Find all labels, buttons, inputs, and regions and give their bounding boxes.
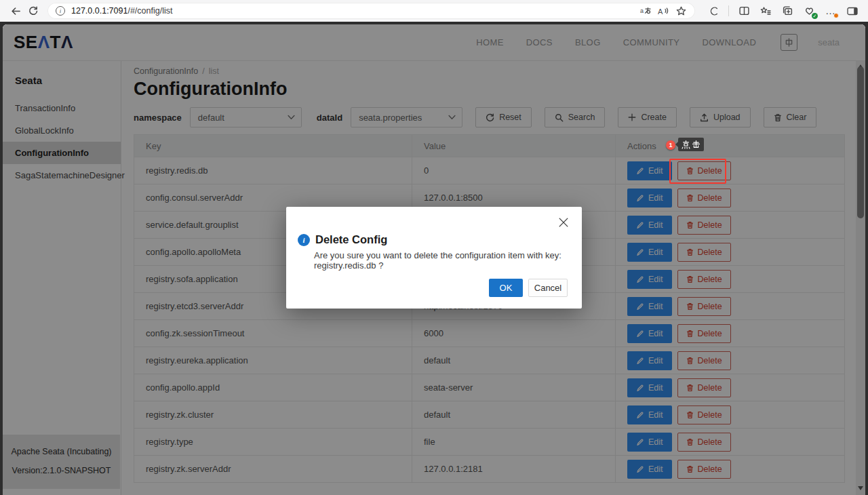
favorites-bar-icon[interactable] [757,2,774,20]
sidebar-panel-icon[interactable] [844,2,861,20]
url-text: 127.0.0.1:7091/#/config/list [71,6,635,16]
url-path: /#/config/list [127,6,172,16]
tooltip-char-dian [682,140,690,149]
delete-config-dialog: i Delete Config Are you sure you want to… [286,207,582,309]
svg-text:A: A [658,7,663,15]
back-icon[interactable] [7,2,24,20]
translate-icon[interactable]: a [638,3,653,18]
essentials-check-badge: ✓ [812,13,818,19]
info-icon: i [298,234,310,246]
read-aloud-icon[interactable]: A [656,3,671,18]
url-host: 127.0.0.1:7091 [71,6,127,16]
browser-essentials-icon[interactable]: ✓ [800,2,818,20]
refresh-icon[interactable] [24,2,42,20]
collections-icon[interactable] [778,2,796,20]
toolbar-divider [728,5,729,16]
browser-toolbar-icons: ✓ … [705,2,861,20]
copilot-icon[interactable] [705,2,722,20]
annotation-step-badge: 1 [666,140,675,150]
ok-button[interactable]: OK [489,279,523,297]
dialog-message: Are you sure you want to delete the conf… [314,250,574,271]
browser-window: i 127.0.0.1:7091/#/config/list a A [0,0,868,495]
annotation-tooltip [678,138,704,151]
seata-console-page: SEΛTΛ HOME DOCS BLOG COMMUNITY DOWNLOAD … [3,24,865,495]
browser-chrome: i 127.0.0.1:7091/#/config/list a A [0,0,868,22]
address-bar[interactable]: i 127.0.0.1:7091/#/config/list a A [47,3,695,19]
dialog-title: Delete Config [315,233,387,246]
favorite-star-icon[interactable] [673,3,688,18]
svg-text:a: a [640,7,644,14]
annotation-highlight-rect [669,159,726,184]
settings-more-icon[interactable]: … [822,2,840,20]
cancel-button[interactable]: Cancel [528,279,568,297]
tooltip-char-ji [692,140,701,149]
site-info-icon[interactable]: i [56,6,65,16]
split-screen-icon[interactable] [735,2,753,20]
dialog-close-icon[interactable] [557,216,570,229]
settings-notification-dot [833,13,839,18]
dialog-buttons: OK Cancel [489,279,568,297]
